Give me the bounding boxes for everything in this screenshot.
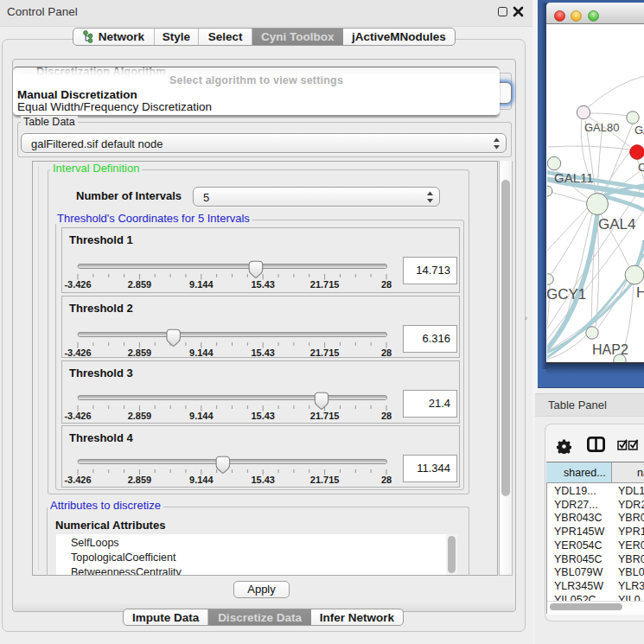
svg-text:28: 28	[381, 348, 392, 358]
svg-text:9.144: 9.144	[189, 348, 214, 358]
svg-text:9.144: 9.144	[189, 279, 214, 290]
svg-text:HAP2: HAP2	[592, 342, 628, 357]
svg-text:15.43: 15.43	[251, 279, 275, 290]
svg-text:15.43: 15.43	[251, 411, 275, 421]
svg-text:2.859: 2.859	[128, 475, 152, 485]
svg-text:GA: GA	[634, 124, 644, 137]
svg-text:-3.426: -3.426	[64, 475, 91, 485]
svg-text:15.43: 15.43	[251, 475, 275, 485]
svg-text:9.144: 9.144	[189, 475, 214, 485]
svg-text:21.715: 21.715	[310, 411, 340, 421]
svg-text:2.859: 2.859	[128, 279, 152, 290]
svg-text:21.715: 21.715	[310, 475, 340, 485]
svg-text:HI: HI	[636, 284, 644, 301]
svg-text:GAL80: GAL80	[584, 121, 619, 134]
svg-text:-3.426: -3.426	[64, 348, 91, 358]
svg-text:GAL11: GAL11	[554, 170, 594, 185]
svg-text:28: 28	[381, 411, 392, 421]
svg-text:21.715: 21.715	[310, 348, 340, 358]
svg-text:2.859: 2.859	[128, 411, 152, 421]
svg-text:28: 28	[381, 475, 392, 485]
svg-text:-3.426: -3.426	[64, 279, 91, 290]
svg-text:28: 28	[381, 279, 392, 290]
svg-text:9.144: 9.144	[189, 411, 214, 421]
svg-text:15.43: 15.43	[251, 348, 275, 358]
svg-text:GCY1: GCY1	[547, 286, 586, 303]
svg-text:2.859: 2.859	[128, 348, 152, 358]
svg-text:-3.426: -3.426	[64, 411, 91, 421]
svg-text:C…: C…	[638, 161, 644, 174]
svg-text:GAL4: GAL4	[598, 216, 635, 233]
svg-text:21.715: 21.715	[310, 279, 340, 290]
